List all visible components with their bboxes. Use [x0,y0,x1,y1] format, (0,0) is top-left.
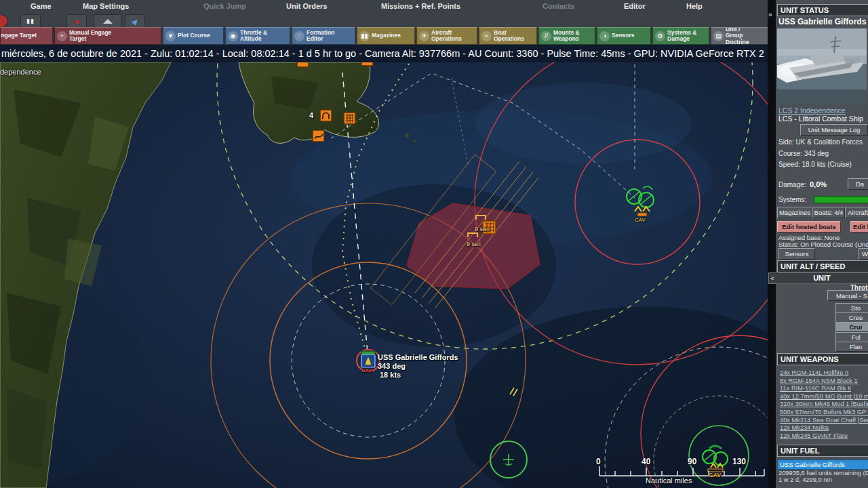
mounts-weapons-button[interactable]: // Mounts & Weapons [538,27,595,45]
throttle-altitude-button[interactable]: ◉ Throttle & Altitude [225,27,290,45]
magazines-icon: ▮▮ [359,31,370,41]
menu-help[interactable]: Help [686,2,703,10]
damage-label: Damage: [778,181,806,188]
weapon-link[interactable]: 8x RGM-184A NSM Block 1 [780,378,868,386]
throttle-full-button[interactable]: Ful [835,332,868,342]
pause-button[interactable]: ▮▮ [20,14,41,28]
menu-missions-ref-points[interactable]: Missions + Ref. Points [381,2,460,10]
magazines-button[interactable]: ▮▮ Magazines [357,27,415,45]
weapon-link[interactable]: 310x 30mm Mk46 Mod 1 [Bushmas [780,401,868,409]
edit-hosted-aircraft-button[interactable]: Edit h [850,221,868,232]
sensors-button[interactable]: ◑ Sensors [597,27,651,45]
edit-hosted-boats-button[interactable]: Edit hosted boats [777,221,841,232]
doctrine-icon: ▤ [713,31,724,41]
unit-group-doctrine-button[interactable]: ▤ Unit / Group Doctrine [711,27,768,45]
damage-value: 0,0% [810,180,827,188]
boat-operations-button[interactable]: ≈ Boat Operations [479,27,537,45]
scale-tick-0: 0 [596,457,601,466]
contact-timer-label: 9 sec [467,241,481,247]
throttle-flank-button[interactable]: Flan [835,342,868,352]
aircraft-operations-button[interactable]: ✈ Aircraft Operations [416,27,477,45]
aircraft-icon: ✈ [419,31,429,41]
unit-photo [777,28,867,104]
weapons-panel-button[interactable]: W [859,248,868,260]
unit-course-label: Course: 343 deg [778,150,829,157]
systems-health-bar [814,196,868,203]
tab-magazines[interactable]: Magazines [777,207,812,218]
group-label-northeast: CAV [635,217,646,223]
scale-tick-130: 130 [732,457,746,466]
weapon-link[interactable]: 12x Mk234 Nulka [780,424,868,432]
menu-editor[interactable]: Editor [624,2,646,10]
playback-bar: ▮▮ ● ▶ [0,14,768,27]
record-icon: ● [74,16,79,26]
unit-side-label: Side: UK & Coalition Forces [778,138,863,146]
systems-damage-button[interactable]: ⚙ Systems & Damage [652,27,709,45]
simulation-status-text: miércoles, 6 de octubre de 2021 - Zulu: … [1,48,764,59]
unit-subpanel-header: UNIT [776,272,868,284]
scale-unit-label: Nautical miles [646,476,692,485]
unit-class-link[interactable]: LCS 2 Independence [778,106,846,115]
fuel-remaining-line: 209935,6 fuel units remaining (Diese [778,470,868,476]
tab-boats[interactable]: Boats: 4/4 [812,207,845,218]
fuel-selected-unit-row[interactable]: USS Gabrielle Giffords [777,460,868,470]
pointer-icon: ▶ [130,16,140,26]
installation-count-label: 4 [309,111,313,119]
sensors-panel-button[interactable]: Sensors [778,248,815,260]
group-label-southeast: CAV [709,472,721,479]
map-viewport[interactable]: dependence 4 9 sec 9 sec USS Gabrielle G… [0,62,768,488]
stop-icon[interactable] [0,14,8,28]
unit-status-text: Status: On Plotted Course (Underway [778,241,868,248]
manual-engage-target-button[interactable]: + Manual Engage Target [54,27,161,45]
own-ship-speed-label: 18 kts [380,371,401,379]
map-projection-button[interactable] [94,14,122,28]
simulation-status-bar: miércoles, 6 de octubre de 2021 - Zulu: … [0,45,769,62]
sidebar-collapse-icon[interactable]: » [768,11,772,18]
main-toolbar: Auto Engage Target + Manual Engage Targe… [0,27,768,45]
mounts-icon: // [541,31,551,41]
map-projection-icon [103,18,113,23]
tab-aircraft[interactable]: Aircraft: 3/ [845,207,868,218]
own-ship-name-label: USS Gabrielle Giffords [378,353,458,361]
scale-tick-40: 40 [642,457,650,466]
menu-unit-orders[interactable]: Unit Orders [286,2,328,10]
menu-game[interactable]: Game [31,2,52,10]
cmo-application-window: Game Map Settings Quick Jump Unit Orders… [0,0,868,488]
menu-bar: Game Map Settings Quick Jump Unit Orders… [0,0,768,14]
weapon-link[interactable]: 24x RGM-114L Hellfire II [780,369,868,378]
throttle-stop-button[interactable]: Sto [835,303,868,313]
weapon-link[interactable]: 12x Mk245 GIANT Flare [780,432,868,441]
weapon-link[interactable]: 40x 12.7mm/50 MG Burst [10 rnds] [780,393,868,401]
pointer-button[interactable]: ▶ [125,14,145,28]
sensors-icon: ◑ [599,31,610,41]
unit-message-log-button[interactable]: Unit Message Log [800,124,868,136]
fuel-endurance-line: 1 w 2 d, 4299,0 nm [778,476,832,483]
record-button[interactable]: ● [66,14,87,28]
unit-status-header: UNIT STATUS [777,4,868,16]
unit-speed-label: Speed: 18.0 kts (Cruise) [778,161,852,168]
map-canvas [0,62,768,488]
scale-tick-90: 90 [688,457,696,466]
systems-label: Systems: [778,196,806,203]
weapon-link[interactable]: 500x 57mm/70 Bofors Mk3 GP Burs [780,409,868,417]
menu-map-settings[interactable]: Map Settings [83,2,129,10]
throttle-creep-button[interactable]: Cree [835,312,868,323]
unit-weapons-list: 24x RGM-114L Hellfire II 8x RGM-184A NSM… [780,369,868,440]
damage-button[interactable]: Da [848,178,868,190]
pause-icon: ▮▮ [26,18,35,24]
plot-course-icon: ▼ [165,31,176,41]
boat-icon: ≈ [481,31,492,41]
formation-editor-button[interactable]: ∵ Formation Editor [292,27,355,45]
weapon-link[interactable]: 40x Mk214 Sea Gnat Chaff [Seduct [780,417,868,425]
plot-course-button[interactable]: ▼ Plot Course [163,27,224,45]
manual-engage-icon: + [57,31,67,41]
unit-fuel-header: UNIT FUEL [777,445,868,457]
throttle-cruise-button[interactable]: Crui [835,322,868,332]
throttle-manual-button[interactable]: Manual - S [827,290,868,301]
selected-unit-name: USS Gabrielle Giffords [778,17,866,26]
systems-icon: ⚙ [655,31,665,41]
fuel-unit-name: USS Gabrielle Giffords [780,461,845,468]
formation-icon: ∵ [294,31,304,41]
weapon-link[interactable]: 11x RIM-116C RAM Blk II [780,385,868,393]
auto-engage-target-button[interactable]: Auto Engage Target [0,27,53,45]
